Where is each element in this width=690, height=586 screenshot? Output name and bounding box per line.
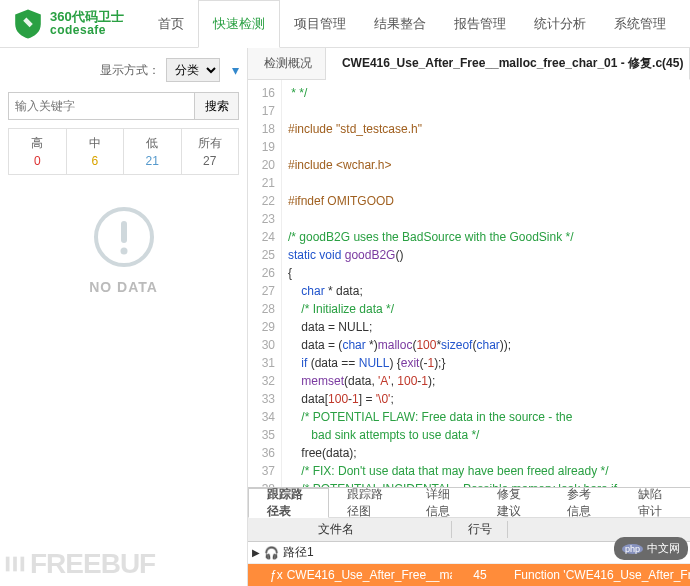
filter-icon[interactable]: ▾ bbox=[232, 62, 239, 78]
lower-tabs: 跟踪路径表 跟踪路径图 详细信息 修复建议 参考信息 缺陷审计 bbox=[248, 488, 690, 518]
th-line: 行号 bbox=[452, 521, 508, 538]
path-group-row[interactable]: ▶ 🎧 路径1 bbox=[248, 542, 690, 564]
nav-results[interactable]: 结果整合 bbox=[360, 0, 440, 47]
main-nav: 首页 快速检测 项目管理 结果整合 报告管理 统计分析 系统管理 bbox=[144, 0, 680, 47]
stat-low[interactable]: 低21 bbox=[124, 129, 182, 174]
svg-rect-1 bbox=[121, 221, 127, 243]
nav-stats[interactable]: 统计分析 bbox=[520, 0, 600, 47]
nav-home[interactable]: 首页 bbox=[144, 0, 198, 47]
stat-all[interactable]: 所有27 bbox=[182, 129, 239, 174]
trace-func: Function 'CWE416_Use_After_Free__mall bbox=[508, 568, 690, 582]
ltab-ref[interactable]: 参考信息 bbox=[549, 488, 619, 517]
nav-project[interactable]: 项目管理 bbox=[280, 0, 360, 47]
stat-medium[interactable]: 中6 bbox=[67, 129, 125, 174]
no-data-panel: NO DATA bbox=[8, 175, 239, 576]
th-file: 文件名 bbox=[248, 521, 452, 538]
display-mode-select[interactable]: 分类 bbox=[166, 58, 220, 82]
ltab-audit[interactable]: 缺陷审计 bbox=[620, 488, 690, 517]
line-gutter: 1617181920212223242526272829303132333435… bbox=[248, 80, 282, 487]
trace-file: CWE416_Use_After_Free__malloc_fre... bbox=[287, 568, 452, 582]
nav-quick-scan[interactable]: 快速检测 bbox=[198, 0, 280, 48]
ltab-details[interactable]: 详细信息 bbox=[408, 488, 478, 517]
trace-row-selected[interactable]: ƒxCWE416_Use_After_Free__malloc_fre... 4… bbox=[248, 564, 690, 586]
editor-tabs: 检测概况 CWE416_Use_After_Free__malloc_free_… bbox=[248, 48, 690, 80]
logo-text-en: codesafe bbox=[50, 24, 124, 37]
code-editor[interactable]: 1617181920212223242526272829303132333435… bbox=[248, 80, 690, 487]
path-label: 路径1 bbox=[283, 544, 314, 561]
tab-overview[interactable]: 检测概况 bbox=[248, 48, 326, 79]
search-input[interactable] bbox=[8, 92, 195, 120]
tab-file[interactable]: CWE416_Use_After_Free__malloc_free_char_… bbox=[326, 48, 690, 80]
path-icon: 🎧 bbox=[264, 546, 279, 560]
lower-panel: 跟踪路径表 跟踪路径图 详细信息 修复建议 参考信息 缺陷审计 文件名 行号 ▶… bbox=[248, 487, 690, 586]
nav-reports[interactable]: 报告管理 bbox=[440, 0, 520, 47]
exclamation-icon bbox=[92, 205, 156, 269]
ltab-trace-table[interactable]: 跟踪路径表 bbox=[248, 488, 329, 518]
content-area: 检测概况 CWE416_Use_After_Free__malloc_free_… bbox=[248, 48, 690, 586]
fx-icon: ƒx bbox=[270, 568, 283, 582]
ltab-fix[interactable]: 修复建议 bbox=[479, 488, 549, 517]
collapse-icon[interactable]: ▶ bbox=[252, 547, 260, 558]
display-mode-label: 显示方式： bbox=[100, 62, 160, 79]
severity-stats: 高0 中6 低21 所有27 bbox=[8, 128, 239, 175]
logo: 360代码卫士 codesafe bbox=[0, 8, 136, 40]
trace-line: 45 bbox=[452, 568, 508, 582]
nav-system[interactable]: 系统管理 bbox=[600, 0, 680, 47]
trace-table-header: 文件名 行号 bbox=[248, 518, 690, 542]
ltab-trace-graph[interactable]: 跟踪路径图 bbox=[329, 488, 408, 517]
shield-logo-icon bbox=[12, 8, 44, 40]
sidebar: 显示方式： 分类 ▾ 搜索 高0 中6 低21 所有27 NO DATA bbox=[0, 48, 248, 586]
code-content[interactable]: * */ #include "std_testcase.h" #include … bbox=[282, 80, 690, 487]
no-data-text: NO DATA bbox=[89, 279, 158, 295]
stat-high[interactable]: 高0 bbox=[9, 129, 67, 174]
logo-text-cn: 360代码卫士 bbox=[50, 10, 124, 24]
app-header: 360代码卫士 codesafe 首页 快速检测 项目管理 结果整合 报告管理 … bbox=[0, 0, 690, 48]
svg-point-2 bbox=[120, 248, 127, 255]
search-button[interactable]: 搜索 bbox=[195, 92, 239, 120]
